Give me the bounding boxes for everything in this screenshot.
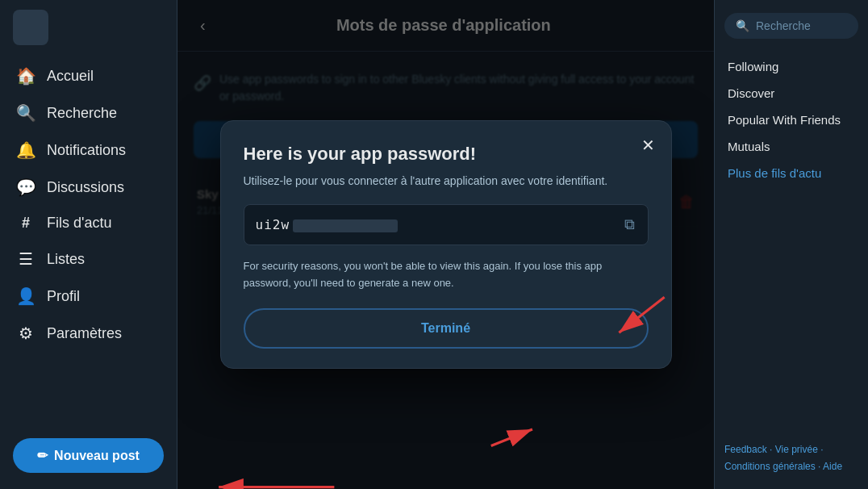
sidebar: 🏠 Accueil 🔍 Recherche 🔔 Notifications 💬 … <box>0 0 177 489</box>
sidebar-nav: 🏠 Accueil 🔍 Recherche 🔔 Notifications 💬 … <box>0 58 177 425</box>
feed-link-following[interactable]: Following <box>724 55 858 78</box>
password-display-box: ui2w ⧉ <box>244 204 649 245</box>
new-post-button[interactable]: ✏ Nouveau post <box>13 438 164 473</box>
password-blur <box>293 219 398 232</box>
list-icon: ☰ <box>16 249 35 269</box>
sidebar-item-label: Recherche <box>47 105 117 122</box>
chat-icon: 💬 <box>16 178 35 197</box>
home-icon: 🏠 <box>16 66 35 86</box>
dialog-warning: For security reasons, you won't be able … <box>244 258 649 292</box>
footer-links: Feedback · Vie privée · Conditions génér… <box>724 441 858 476</box>
sidebar-item-listes[interactable]: ☰ Listes <box>6 241 170 277</box>
sidebar-item-label: Accueil <box>47 68 94 85</box>
search-icon: 🔍 <box>16 103 35 123</box>
copy-password-button[interactable]: ⧉ <box>623 215 636 235</box>
feed-link-discover[interactable]: Discover <box>724 82 858 105</box>
done-button[interactable]: Terminé <box>244 308 649 349</box>
bell-icon: 🔔 <box>16 140 35 160</box>
sidebar-item-discussions[interactable]: 💬 Discussions <box>6 169 170 205</box>
profile-icon: 👤 <box>16 286 35 306</box>
feed-link-plus[interactable]: Plus de fils d'actu <box>724 161 858 185</box>
sidebar-item-label: Profil <box>47 288 80 305</box>
search-bar[interactable]: 🔍 Recherche <box>724 13 858 39</box>
sidebar-item-accueil[interactable]: 🏠 Accueil <box>6 58 170 94</box>
dialog-title: Here is your app password! <box>244 144 649 165</box>
sidebar-item-label: Fils d'actu <box>47 215 111 232</box>
modal-overlay: ✕ Here is your app password! Utilisez-le… <box>177 0 714 489</box>
hash-icon: # <box>16 215 35 232</box>
sidebar-item-profil[interactable]: 👤 Profil <box>6 278 170 314</box>
sidebar-item-label: Paramètres <box>47 325 122 342</box>
sidebar-item-recherche[interactable]: 🔍 Recherche <box>6 95 170 131</box>
dialog-close-button[interactable]: ✕ <box>638 134 658 157</box>
main-content: ‹ Mots de passe d'application 🔗 Use app … <box>177 0 715 489</box>
sidebar-item-fils[interactable]: # Fils d'actu <box>6 207 170 240</box>
app-password-dialog: ✕ Here is your app password! Utilisez-le… <box>220 120 672 369</box>
sidebar-item-label: Listes <box>47 251 85 268</box>
search-placeholder: Recherche <box>756 19 811 32</box>
edit-icon: ✏ <box>37 448 48 463</box>
password-value: ui2w <box>256 217 615 232</box>
right-sidebar: 🔍 Recherche Following Discover Popular W… <box>715 0 868 489</box>
gear-icon: ⚙ <box>16 324 35 343</box>
feed-links: Following Discover Popular With Friends … <box>724 55 858 185</box>
sidebar-item-label: Discussions <box>47 179 124 196</box>
dialog-subtitle: Utilisez-le pour vous connecter à l'autr… <box>244 173 649 190</box>
sidebar-item-notifications[interactable]: 🔔 Notifications <box>6 132 170 168</box>
feed-link-mutuals[interactable]: Mutuals <box>724 135 858 158</box>
sidebar-item-label: Notifications <box>47 142 126 159</box>
search-icon: 🔍 <box>736 19 749 32</box>
sidebar-item-parametres[interactable]: ⚙ Paramètres <box>6 316 170 351</box>
logo <box>13 10 48 45</box>
feed-link-popular[interactable]: Popular With Friends <box>724 108 858 132</box>
